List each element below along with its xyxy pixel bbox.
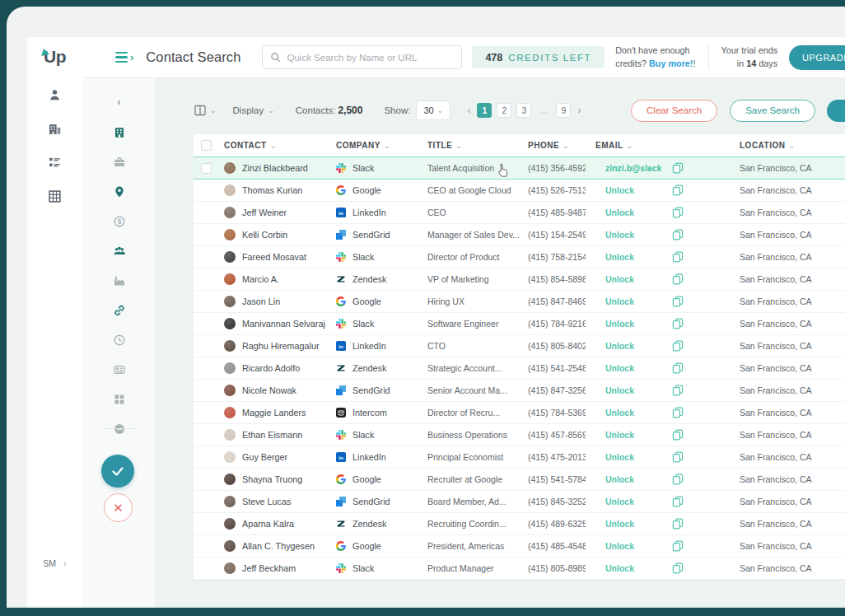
contact-cell[interactable]: Maggie Landers: [218, 407, 332, 418]
contact-cell[interactable]: Steve Lucas: [218, 496, 332, 507]
copy-icon[interactable]: [661, 451, 694, 463]
copy-icon[interactable]: [661, 162, 694, 174]
unlock-email-link[interactable]: Unlock: [605, 296, 634, 306]
contact-cell[interactable]: Ethan Eismann: [218, 429, 332, 441]
unlock-email-link[interactable]: Unlock: [605, 274, 634, 284]
unlock-email-link[interactable]: Unlock: [605, 408, 634, 418]
link-filter-icon[interactable]: [113, 304, 126, 317]
app-logo[interactable]: Up: [44, 47, 66, 67]
people-filter-icon[interactable]: [113, 245, 126, 258]
unlock-email-link[interactable]: Unlock: [605, 563, 634, 573]
contact-row[interactable]: Jeff WeinerinLinkedInCEO(415) 485-9487Un…: [194, 202, 845, 224]
company-cell[interactable]: Google: [332, 541, 414, 551]
copy-icon[interactable]: [661, 251, 694, 263]
quick-search-input[interactable]: [287, 53, 454, 63]
unlock-email-link[interactable]: Unlock: [605, 230, 634, 240]
row-checkbox[interactable]: [201, 163, 212, 174]
copy-icon[interactable]: [661, 296, 694, 307]
contact-cell[interactable]: Guy Berger: [218, 451, 332, 463]
copy-icon[interactable]: [661, 318, 694, 329]
quick-search-box[interactable]: [262, 45, 462, 69]
contact-cell[interactable]: Aparna Kalra: [218, 518, 332, 530]
contact-row[interactable]: Guy BergerinLinkedInPrincipal Economist(…: [194, 446, 845, 469]
copy-icon[interactable]: [661, 474, 694, 485]
contact-cell[interactable]: Ricardo Adolfo: [218, 362, 332, 374]
apply-filters-button[interactable]: [101, 455, 134, 488]
copy-icon[interactable]: [661, 407, 694, 418]
contact-row[interactable]: Zinzi BlackbeardSlackTalent Acquisition(…: [194, 156, 845, 180]
unlock-email-link[interactable]: Unlock: [605, 319, 634, 329]
copy-icon[interactable]: [661, 429, 694, 441]
col-header-title[interactable]: TITLE⌄: [414, 141, 523, 150]
unlock-email-link[interactable]: Unlock: [605, 541, 634, 551]
copy-icon[interactable]: [661, 340, 694, 352]
list-icon[interactable]: [48, 156, 62, 170]
contact-row[interactable]: Allan C. ThygesenGooglePresident, Americ…: [194, 535, 845, 558]
factory-filter-icon[interactable]: [113, 274, 126, 287]
contact-cell[interactable]: Allan C. Thygesen: [218, 540, 332, 552]
unlock-email-link[interactable]: Unlock: [605, 497, 634, 506]
buy-more-link[interactable]: Buy more!: [649, 58, 693, 68]
company-cell[interactable]: inLinkedIn: [332, 452, 414, 462]
company-cell[interactable]: inLinkedIn: [332, 341, 414, 351]
page-button-2[interactable]: 2: [497, 103, 511, 118]
copy-icon[interactable]: [661, 362, 694, 374]
copy-icon[interactable]: [661, 229, 694, 240]
contact-row[interactable]: Marcio A.ZendeskVP of Marketing(415) 854…: [194, 268, 845, 291]
contact-cell[interactable]: Kelli Corbin: [218, 229, 332, 240]
table-icon[interactable]: [48, 189, 62, 203]
contact-cell[interactable]: Jeff Beckham: [218, 562, 332, 574]
upgrade-button[interactable]: UPGRADE: [789, 45, 845, 70]
card-filter-icon[interactable]: [113, 363, 126, 376]
contact-row[interactable]: Nicole NowakSendGridSenior Account Ma...…: [194, 380, 845, 402]
contact-row[interactable]: Fareed MosavatSlackDirector of Product(4…: [194, 246, 845, 268]
columns-dropdown[interactable]: ⌄: [194, 104, 217, 117]
company-cell[interactable]: Slack: [332, 430, 414, 440]
contact-row[interactable]: Raghu HiremagalurinLinkedInCTO(415) 805-…: [194, 335, 845, 357]
clear-filters-button[interactable]: ✕: [104, 493, 133, 522]
copy-icon[interactable]: [661, 207, 694, 218]
contact-cell[interactable]: Zinzi Blackbeard: [218, 162, 332, 174]
copy-icon[interactable]: [661, 518, 694, 530]
per-page-select[interactable]: 30 ⌄: [416, 100, 451, 120]
minus-filter-icon[interactable]: [113, 422, 126, 436]
buildings-icon[interactable]: [48, 122, 62, 136]
contact-row[interactable]: Jason LinGoogleHiring UX(415) 847-8469Un…: [194, 291, 845, 313]
briefcase-filter-icon[interactable]: [113, 156, 126, 169]
copy-icon[interactable]: [661, 385, 694, 396]
contact-row[interactable]: Thomas KurianGoogleCEO at Google Cloud(4…: [194, 180, 845, 202]
col-header-email[interactable]: EMAIL⌄: [586, 141, 661, 150]
collapse-filters-button[interactable]: ‹: [82, 96, 156, 108]
pin-filter-icon[interactable]: [113, 185, 126, 198]
page-button-1[interactable]: 1: [477, 103, 492, 118]
copy-icon[interactable]: [661, 562, 694, 574]
col-header-phone[interactable]: PHONE⌄: [523, 141, 586, 150]
unlock-email-link[interactable]: Unlock: [605, 185, 634, 195]
company-cell[interactable]: SendGrid: [332, 385, 414, 395]
page-button-3[interactable]: 3: [516, 103, 531, 118]
company-cell[interactable]: Slack: [332, 319, 414, 329]
next-page-button[interactable]: ›: [576, 105, 582, 116]
contact-cell[interactable]: Raghu Hiremagalur: [218, 340, 332, 352]
unlock-email-link[interactable]: Unlock: [605, 385, 634, 395]
clear-search-button[interactable]: Clear Search: [631, 100, 717, 122]
company-cell[interactable]: SendGrid: [332, 230, 414, 240]
company-cell[interactable]: Google: [332, 296, 414, 306]
unlock-email-link[interactable]: Unlock: [605, 519, 634, 529]
unlock-email-link[interactable]: Unlock: [605, 452, 634, 462]
company-cell[interactable]: Zendesk: [332, 519, 414, 529]
download-button-partial[interactable]: [827, 100, 845, 122]
clock-filter-icon[interactable]: [113, 334, 126, 347]
save-search-button[interactable]: Save Search: [730, 100, 815, 122]
unlock-email-link[interactable]: Unlock: [605, 363, 634, 373]
select-all-checkbox[interactable]: [201, 140, 212, 151]
contact-row[interactable]: Manivannan SelvarajSlackSoftware Enginee…: [194, 313, 845, 335]
contact-cell[interactable]: Nicole Nowak: [218, 385, 332, 396]
copy-icon[interactable]: [661, 540, 694, 552]
user-menu[interactable]: SM ›: [27, 558, 82, 568]
contact-row[interactable]: Aparna KalraZendeskRecruiting Coordin...…: [194, 513, 845, 535]
unlock-email-link[interactable]: Unlock: [605, 474, 634, 484]
company-cell[interactable]: inLinkedIn: [332, 208, 414, 217]
contact-cell[interactable]: Shayna Truong: [218, 474, 332, 485]
person-icon[interactable]: [48, 88, 62, 102]
